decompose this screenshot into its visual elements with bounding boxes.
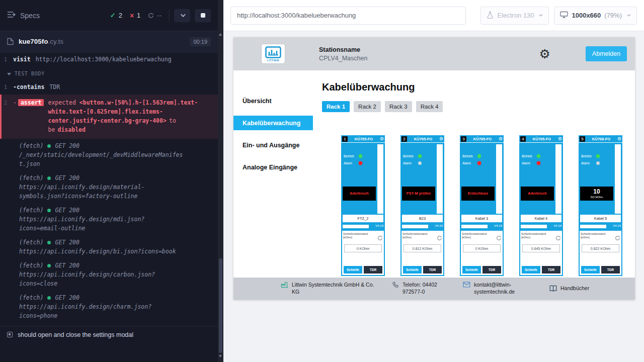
tdr-button[interactable]: TDR [601, 266, 620, 274]
device-card-header: 3 KÜ705-FO ⚙ [460, 135, 504, 143]
device-leds: Betrieb Alarm [403, 154, 422, 168]
app-header: LITTWIN Stationsname CPLV4_Maschen ⚙ Abm… [233, 37, 635, 70]
chevron-down-icon [539, 15, 543, 17]
device-gear-icon[interactable]: ⚙ [439, 137, 443, 141]
logout-button[interactable]: Abmelden [586, 46, 627, 61]
chevron-down-icon [627, 15, 631, 17]
firmware-version: V4.19 [435, 224, 443, 227]
schleife-button[interactable]: Schleife [462, 266, 481, 274]
card-buttons: Schleife TDR [403, 266, 442, 274]
page-title: Kabelüberwachung [322, 81, 635, 93]
refresh-icon[interactable] [615, 235, 620, 241]
tab-rack-1[interactable]: Rack 1 [322, 101, 350, 112]
log-failed-assert[interactable]: 2 -assert expected <button.w-[50%].h-[1.… [0, 95, 218, 139]
tdr-button[interactable]: TDR [542, 266, 560, 274]
footer-email[interactable]: kontakt@littwin-systemtechnik.de [463, 282, 535, 295]
schleife-button[interactable]: Schleife [403, 266, 422, 274]
schleife-button[interactable]: Schleife [522, 266, 540, 274]
device-card-header: 4 KÜ705-FO ⚙ [519, 135, 563, 143]
iso-unit: ISO MOhm [590, 196, 603, 199]
app-footer: Littwin Systemtechnik GmbH & Co. KG Tele… [233, 278, 635, 300]
device-gear-icon[interactable]: ⚙ [558, 137, 562, 141]
flask-icon [487, 11, 494, 20]
log-fetch-entry[interactable]: (fetch)GET 200 https://api.iconify.desig… [0, 291, 218, 323]
log-fetch-entry[interactable]: (fetch)GET 200 https://api.iconify.desig… [0, 258, 218, 291]
log-fetch-entry[interactable]: (fetch)GET 200 https://api.iconify.desig… [0, 203, 218, 235]
passed-check-icon: ✓ [110, 12, 116, 19]
tdr-button[interactable]: TDR [423, 266, 442, 274]
device-leds: Betrieb Alarm [462, 154, 481, 168]
stop-tests-button[interactable] [195, 9, 211, 22]
reporter-scrollbar[interactable] [218, 0, 223, 362]
assert-badge: assert [18, 99, 44, 106]
log-fetch-entry[interactable]: (fetch)GET 200 /_next/static/development… [0, 139, 218, 171]
display-strip [343, 225, 369, 228]
scrollbar-thumb[interactable] [219, 258, 222, 353]
test-body-section-header[interactable]: TEST BODY [0, 65, 218, 81]
device-card-3: 3 KÜ705-FO ⚙ Betrieb Alarm Erdschluss [460, 135, 504, 276]
refresh-icon[interactable] [437, 235, 442, 241]
aut-stage: LITTWIN Stationsname CPLV4_Maschen ⚙ Abm… [223, 31, 644, 362]
firmware-version: V4.19 [494, 224, 502, 227]
test-state-icon [7, 332, 13, 337]
line-number: 2 [2, 98, 13, 134]
fetch-label: (fetch) [19, 238, 43, 247]
failed-count: 1 [137, 12, 140, 19]
stop-icon [201, 13, 205, 18]
fetch-status: GET 200 [55, 173, 79, 183]
betrieb-led [418, 154, 422, 158]
cypress-reporter-panel: Specs ✓ 2 × 1 -- [0, 0, 218, 362]
status-text: Aderbruch [527, 192, 548, 196]
tab-rack-2[interactable]: Rack 2 [354, 101, 381, 112]
settings-gear-icon[interactable]: ⚙ [539, 48, 550, 60]
device-side-panel [377, 144, 383, 214]
log-fetch-entry[interactable]: (fetch)GET 200 https://api.iconify.desig… [0, 171, 218, 203]
device-cards: 1 KÜ705-FO ⚙ Betrieb Alarm Aderbruch [341, 135, 635, 276]
sidebar-item-uebersicht[interactable]: Übersicht [233, 94, 313, 108]
device-card-2: 2 KÜ705-FO ⚙ Betrieb Alarm PST-M prüfen [400, 135, 444, 276]
resistance-value: 0.812 KOhm [404, 244, 441, 252]
spec-file-row[interactable]: kue705fo .cy.ts 00:19 [0, 31, 218, 52]
scroll-down-arrow-icon[interactable] [219, 355, 222, 357]
schleife-button[interactable]: Schleife [344, 266, 362, 274]
assert-state: disabled [58, 126, 86, 133]
version-row: V4.19 [343, 224, 383, 229]
betrieb-led [477, 154, 481, 158]
refresh-icon[interactable] [496, 235, 502, 241]
line-number: 1 [0, 82, 13, 92]
footer-manuals-link[interactable]: Handbücher [549, 285, 589, 292]
fetch-label: (fetch) [19, 261, 43, 270]
tdr-button[interactable]: TDR [364, 266, 382, 274]
tab-rack-3[interactable]: Rack 3 [385, 101, 412, 112]
device-gear-icon[interactable]: ⚙ [380, 137, 384, 141]
command-name: -contains [13, 82, 44, 92]
sidebar-item-analoge-eingaenge[interactable]: Analoge Eingänge [233, 160, 313, 174]
scroll-up-arrow-icon[interactable] [219, 33, 222, 36]
log-visit-command[interactable]: 1 visit http://localhost:3000/kabelueber… [0, 54, 218, 65]
footer-phone: Telefon: 04402 972577-0 [392, 282, 449, 295]
sidebar-item-ein-und-ausgaenge[interactable]: Ein- und Ausgänge [233, 138, 313, 152]
log-fetch-entry[interactable]: (fetch)GET 200 https://api.iconify.desig… [0, 235, 218, 258]
viewport-select[interactable]: 1000x660 (79%) [554, 7, 637, 25]
tab-rack-4[interactable]: Rack 4 [416, 101, 443, 112]
betrieb-label: Betrieb [522, 154, 534, 158]
refresh-icon[interactable] [377, 235, 383, 241]
littwin-logo: LITTWIN [262, 44, 285, 63]
command-log: 1 visit http://localhost:3000/kabelueber… [0, 52, 218, 326]
command-arg: http://localhost:3000/kabelueberwachung [36, 55, 172, 64]
firmware-version: V4.19 [613, 224, 621, 227]
collapse-all-button[interactable] [174, 9, 190, 22]
refresh-icon[interactable] [555, 235, 561, 241]
specs-toggle-button[interactable]: Specs [7, 11, 40, 20]
log-contains-command[interactable]: 1 -contains TDR [0, 81, 218, 93]
sidebar-item-kabelueberwachung[interactable]: Kabelüberwachung [233, 116, 313, 130]
schleife-button[interactable]: Schleife [581, 266, 600, 274]
tdr-button[interactable]: TDR [482, 266, 501, 274]
browser-controls: Electron 130 1000x660 (79%) [480, 7, 637, 25]
next-test-row[interactable]: should open and close the settings modal [0, 326, 218, 343]
browser-select[interactable]: Electron 130 [480, 7, 549, 25]
url-input[interactable] [230, 7, 466, 25]
device-gear-icon[interactable]: ⚙ [617, 137, 621, 141]
device-card-header: 5 KÜ706-FO ⚙ [579, 135, 622, 143]
device-gear-icon[interactable]: ⚙ [499, 137, 503, 141]
